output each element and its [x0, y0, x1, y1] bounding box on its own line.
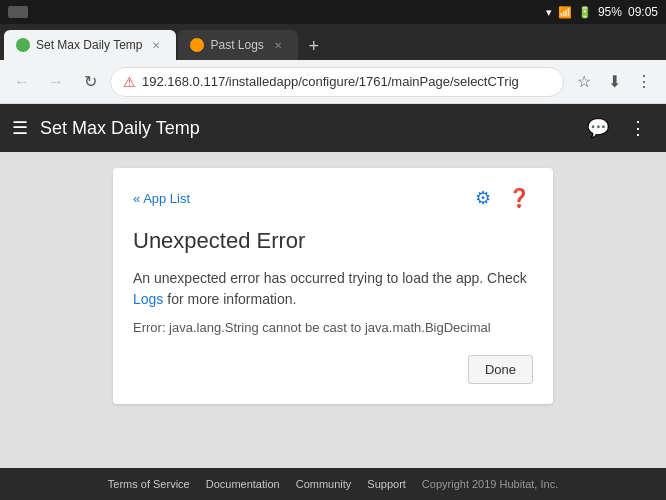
footer-copyright: Copyright 2019 Hubitat, Inc. — [422, 478, 558, 490]
back-button[interactable]: ← — [8, 68, 36, 96]
footer-link-community[interactable]: Community — [296, 478, 352, 490]
tab-label-2: Past Logs — [210, 38, 263, 52]
error-title: Unexpected Error — [133, 228, 533, 254]
settings-icon[interactable]: ⚙ — [469, 184, 497, 212]
hamburger-menu-icon[interactable]: ☰ — [12, 117, 28, 139]
error-message: An unexpected error has occurred trying … — [133, 268, 533, 310]
address-bar: ← → ↻ ⚠ 192.168.0.117/installedapp/confi… — [0, 60, 666, 104]
app-header: ☰ Set Max Daily Temp 💬 ⋮ — [0, 104, 666, 152]
footer-link-documentation[interactable]: Documentation — [206, 478, 280, 490]
app-list-link[interactable]: App List — [133, 191, 190, 206]
tab-favicon-1 — [16, 38, 30, 52]
signal-icon: 📶 — [558, 6, 572, 19]
download-icon[interactable]: ⬇ — [600, 68, 628, 96]
tab-close-2[interactable]: ✕ — [270, 37, 286, 53]
address-input-wrap[interactable]: ⚠ 192.168.0.117/installedapp/configure/1… — [110, 67, 564, 97]
battery-icon: 🔋 — [578, 6, 592, 19]
error-message-suffix: for more information. — [163, 291, 296, 307]
new-tab-button[interactable]: + — [300, 32, 328, 60]
status-bar-left-area — [8, 6, 28, 18]
footer-link-terms[interactable]: Terms of Service — [108, 478, 190, 490]
app-header-title: Set Max Daily Temp — [40, 118, 570, 139]
bookmark-icon[interactable]: ☆ — [570, 68, 598, 96]
address-text: 192.168.0.117/installedapp/configure/176… — [142, 74, 551, 89]
header-right-icons: 💬 ⋮ — [582, 112, 654, 144]
error-message-text: An unexpected error has occurred trying … — [133, 270, 527, 286]
wifi-icon: ▾ — [546, 6, 552, 19]
error-detail: Error: java.lang.String cannot be cast t… — [133, 320, 533, 335]
overflow-menu-icon[interactable]: ⋮ — [622, 112, 654, 144]
status-time: 95% — [598, 5, 622, 19]
toolbar-right: ☆ ⬇ ⋮ — [570, 68, 658, 96]
done-button[interactable]: Done — [468, 355, 533, 384]
chat-icon[interactable]: 💬 — [582, 112, 614, 144]
card-footer: Done — [133, 355, 533, 384]
menu-icon[interactable]: ⋮ — [630, 68, 658, 96]
logs-link[interactable]: Logs — [133, 291, 163, 307]
status-bar: ▾ 📶 🔋 95% 09:05 — [0, 0, 666, 24]
help-icon[interactable]: ❓ — [505, 184, 533, 212]
tab-set-max-daily[interactable]: Set Max Daily Temp ✕ — [4, 30, 176, 60]
content-area: App List ⚙ ❓ Unexpected Error An unexpec… — [0, 152, 666, 468]
tab-label-1: Set Max Daily Temp — [36, 38, 142, 52]
status-clock: 09:05 — [628, 5, 658, 19]
card-header: App List ⚙ ❓ — [133, 184, 533, 212]
security-warning-icon: ⚠ — [123, 74, 136, 90]
reload-button[interactable]: ↻ — [76, 68, 104, 96]
tab-bar: Set Max Daily Temp ✕ Past Logs ✕ + — [0, 24, 666, 60]
tab-favicon-2 — [190, 38, 204, 52]
footer-link-support[interactable]: Support — [367, 478, 406, 490]
page-footer: Terms of Service Documentation Community… — [0, 468, 666, 500]
error-card: App List ⚙ ❓ Unexpected Error An unexpec… — [113, 168, 553, 404]
tab-close-1[interactable]: ✕ — [148, 37, 164, 53]
tab-past-logs[interactable]: Past Logs ✕ — [178, 30, 297, 60]
forward-button[interactable]: → — [42, 68, 70, 96]
card-header-icons: ⚙ ❓ — [469, 184, 533, 212]
